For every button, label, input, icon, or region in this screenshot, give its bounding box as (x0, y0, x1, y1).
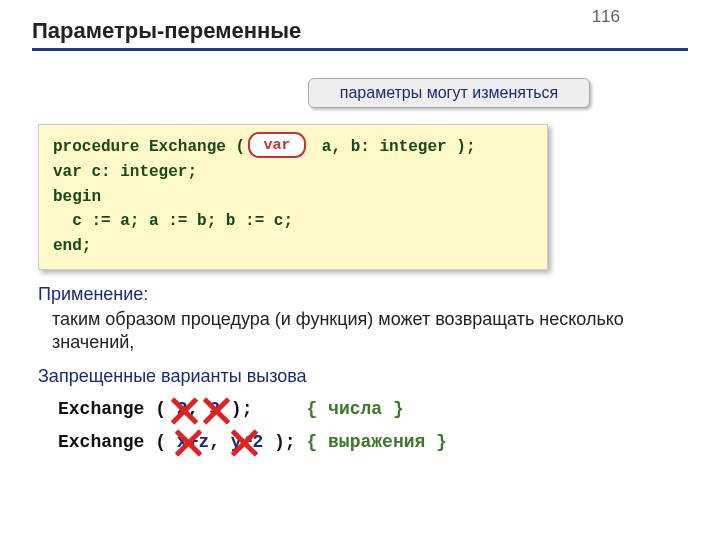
forbidden-label: Запрещенные варианты вызова (38, 366, 307, 387)
ex2-sep1: , (209, 432, 231, 452)
ex2-arg1: x+z (177, 432, 209, 452)
ex2-call-post: ); (263, 432, 306, 452)
ex1-comment: { числа } (306, 399, 403, 419)
ex1-arg1: 2 (177, 399, 188, 419)
page-number: 116 (592, 7, 620, 27)
code-line-5: end; (53, 237, 91, 255)
ex1-sep1: , (188, 399, 210, 419)
var-keyword: var (263, 137, 290, 154)
ex2-comment: { выражения } (306, 432, 446, 452)
ex2-arg2: y+2 (231, 432, 263, 452)
usage-label: Применение: (38, 284, 148, 305)
code-line-3: begin (53, 188, 101, 206)
code-line-4: c := a; a := b; b := c; (53, 212, 293, 230)
ex1-call-post: ); (220, 399, 306, 419)
title-underline (32, 48, 688, 51)
example-line-1: Exchange ( 2, 3 ); { числа } (58, 399, 404, 419)
code-line-2: var c: integer; (53, 163, 197, 181)
code-line-1-post: a, b: integer ); (312, 138, 475, 156)
ex2-call-pre: Exchange ( (58, 432, 177, 452)
callout-text: параметры могут изменяться (340, 84, 558, 102)
usage-text: таким образом процедура (и функция) може… (52, 308, 660, 353)
callout-bubble: параметры могут изменяться (308, 78, 590, 108)
example-line-2: Exchange ( x+z, y+2 ); { выражения } (58, 432, 447, 452)
code-line-1-pre: procedure Exchange ( (53, 138, 245, 156)
ex1-arg2: 3 (209, 399, 220, 419)
var-highlight-bubble: var (248, 132, 306, 158)
page-title: Параметры-переменные (32, 18, 301, 44)
ex1-call-pre: Exchange ( (58, 399, 177, 419)
